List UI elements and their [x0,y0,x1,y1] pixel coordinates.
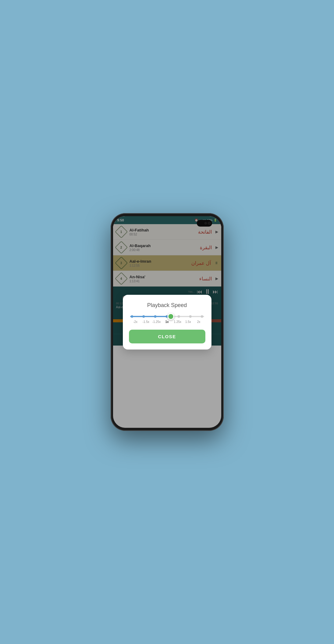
speed-dot-3 [154,315,156,318]
speed-label-1: -1.5x [141,320,151,324]
phone-screen: 9:50 ⏰ VoLTE 67% 🔋 1 Al-Fatihah 00:52 [113,216,221,428]
playback-speed-modal: Playback Speed [123,295,211,350]
speed-label-3: 1x [162,320,172,324]
speed-track[interactable] [130,316,204,317]
speed-label-4: 1.25x [172,320,183,324]
speed-label-6: 2x [193,320,204,324]
speed-dot-5 [178,315,180,318]
speed-labels: -2x-1.5x-1.25x1x1.25x1.5x2x [130,320,204,324]
speed-label-5: 1.5x [183,320,193,324]
speed-thumb[interactable] [167,313,174,320]
speed-dot-1 [131,315,133,318]
speed-slider-container[interactable]: -2x-1.5x-1.25x1x1.25x1.5x2x [129,316,205,324]
speed-dots-row [130,315,204,318]
phone-device: 9:50 ⏰ VoLTE 67% 🔋 1 Al-Fatihah 00:52 [111,213,224,431]
close-button[interactable]: CLOSE [129,330,205,343]
modal-title: Playback Speed [129,302,205,309]
speed-label-0: -2x [130,320,141,324]
speed-dot-6 [189,315,192,318]
modal-overlay: Playback Speed [113,216,221,428]
speed-dot-7 [201,315,203,318]
speed-label-2: -1.25x [151,320,162,324]
speed-dot-2 [142,315,145,318]
